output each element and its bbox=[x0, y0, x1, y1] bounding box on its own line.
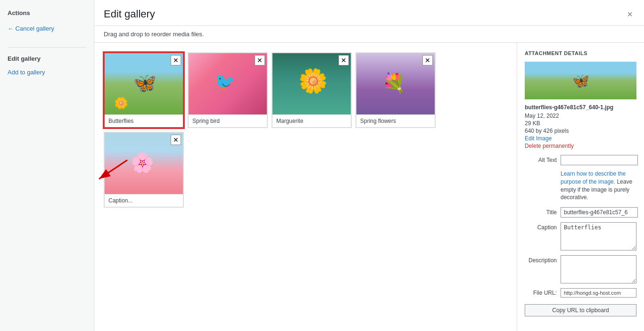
file-url-label: File URL: bbox=[525, 290, 557, 296]
gallery-item-cherry[interactable]: ✕ bbox=[104, 132, 184, 208]
cherry-caption-input[interactable] bbox=[108, 197, 179, 204]
alt-text-input[interactable] bbox=[561, 155, 638, 165]
attachment-filename: butterflies-g467e81c57_640-1.jpg bbox=[525, 104, 636, 111]
add-to-gallery-link[interactable]: Add to gallery bbox=[8, 69, 86, 76]
attachment-dimensions: 640 by 426 pixels bbox=[525, 128, 636, 134]
caption-row: Caption Butterflies bbox=[525, 222, 636, 250]
remove-marguerite-button[interactable]: ✕ bbox=[339, 55, 349, 65]
remove-cherry-button[interactable]: ✕ bbox=[171, 135, 181, 145]
main-content: Edit gallery × Drag and drop to reorder … bbox=[94, 0, 644, 331]
main-header: Edit gallery × bbox=[94, 0, 644, 26]
file-url-row: File URL: bbox=[525, 288, 636, 298]
marguerite-caption-row bbox=[272, 114, 351, 127]
alt-text-row: Alt Text bbox=[525, 155, 636, 165]
caption-label: Caption bbox=[525, 222, 557, 231]
remove-butterflies-button[interactable]: ✕ bbox=[171, 55, 181, 65]
butterflies-caption-row bbox=[105, 114, 183, 127]
gallery-grid: ✕ ✕ bbox=[104, 52, 507, 208]
remove-spring-bird-button[interactable]: ✕ bbox=[255, 55, 265, 65]
description-textarea[interactable] bbox=[561, 255, 636, 283]
marguerite-caption-input[interactable] bbox=[276, 118, 347, 124]
spring-bird-caption-input[interactable] bbox=[192, 118, 263, 124]
actions-title: Actions bbox=[8, 9, 86, 16]
edit-gallery-modal: Actions ← Cancel gallery Edit gallery Ad… bbox=[0, 0, 644, 331]
cherry-caption-row bbox=[105, 194, 183, 207]
caption-textarea[interactable]: Butterflies bbox=[561, 222, 636, 250]
attachment-thumbnail: 🦋 bbox=[525, 62, 636, 99]
gallery-item-spring-flowers[interactable]: ✕ bbox=[355, 52, 436, 128]
page-title: Edit gallery bbox=[104, 8, 155, 20]
attachment-date: May 12, 2022 bbox=[525, 113, 636, 119]
gallery-item-marguerite[interactable]: ✕ bbox=[272, 52, 352, 128]
edit-gallery-label: Edit gallery bbox=[8, 55, 86, 62]
title-label: Title bbox=[525, 207, 557, 216]
drag-hint: Drag and drop to reorder media files. bbox=[94, 26, 644, 43]
description-label: Description bbox=[525, 255, 557, 264]
sidebar: Actions ← Cancel gallery Edit gallery Ad… bbox=[0, 0, 94, 331]
gallery-item-butterflies[interactable]: ✕ bbox=[104, 52, 184, 128]
spring-bird-caption-row bbox=[189, 114, 267, 127]
title-row: Title bbox=[525, 207, 636, 218]
title-input[interactable] bbox=[561, 207, 638, 218]
attachment-details-panel: ATTACHMENT DETAILS 🦋 butterflies-g467e81… bbox=[517, 43, 644, 331]
sidebar-divider bbox=[8, 47, 86, 48]
cancel-gallery-link[interactable]: ← Cancel gallery bbox=[8, 25, 86, 32]
attachment-details-title: ATTACHMENT DETAILS bbox=[525, 50, 636, 56]
copy-url-button[interactable]: Copy URL to clipboard bbox=[525, 304, 636, 316]
remove-spring-flowers-button[interactable]: ✕ bbox=[422, 55, 433, 65]
alt-text-help: Learn how to describe the purpose of the… bbox=[561, 170, 636, 202]
spring-flowers-caption-row bbox=[356, 114, 435, 127]
attachment-filesize: 29 KB bbox=[525, 120, 636, 127]
file-url-input[interactable] bbox=[561, 288, 636, 298]
edit-image-link[interactable]: Edit Image bbox=[525, 135, 636, 142]
gallery-grid-area: ✕ ✕ bbox=[94, 43, 517, 331]
gallery-item-spring-bird[interactable]: ✕ bbox=[188, 52, 268, 128]
alt-text-label: Alt Text bbox=[525, 155, 557, 163]
gallery-body: ✕ ✕ bbox=[94, 43, 644, 331]
alt-text-note: Learn how to describe the purpose of the… bbox=[561, 170, 632, 201]
close-button[interactable]: × bbox=[625, 8, 635, 21]
butterflies-caption-input[interactable] bbox=[108, 118, 179, 124]
spring-flowers-caption-input[interactable] bbox=[360, 118, 431, 124]
description-row: Description bbox=[525, 255, 636, 283]
delete-permanently-link[interactable]: Delete permanently bbox=[525, 143, 636, 149]
